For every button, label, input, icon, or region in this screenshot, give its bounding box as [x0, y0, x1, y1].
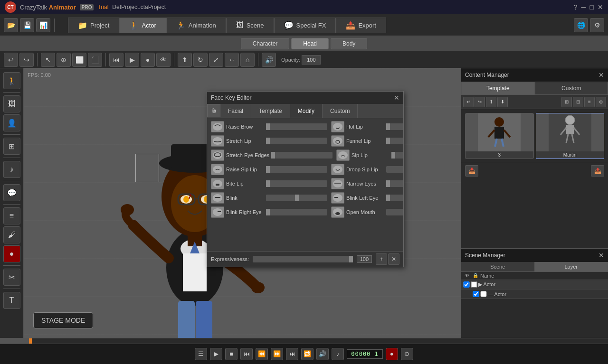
cf-import-btn[interactable]: 📥 — [465, 165, 478, 177]
home-btn[interactable]: ⌂ — [240, 53, 255, 67]
timeline-scrubber[interactable] — [0, 338, 608, 344]
prev-frame-btn[interactable]: ⏮ — [109, 53, 124, 67]
content-item-martin[interactable]: Martin — [536, 113, 605, 159]
face-slider-stretcheyeedges[interactable] — [271, 152, 332, 159]
tl-menu-btn[interactable]: ☰ — [195, 348, 207, 360]
face-slider-droopsiplip[interactable] — [386, 166, 403, 173]
expressiveness-slider[interactable] — [253, 256, 353, 262]
lasso2-btn[interactable]: ⬛ — [88, 53, 102, 67]
scene-tab[interactable]: Scene — [461, 262, 535, 271]
settings-btn[interactable]: ⚙ — [590, 18, 604, 32]
cm-btn-1[interactable]: ↩ — [463, 97, 474, 107]
content-tab-custom[interactable]: Custom — [535, 82, 608, 95]
content-item-3[interactable]: 3 — [465, 113, 534, 159]
cm-view-btn-2[interactable]: ⊟ — [573, 97, 583, 107]
layer-tab[interactable]: Layer — [535, 262, 608, 271]
move-btn[interactable]: ⬆ — [178, 53, 192, 67]
face-slider-raisesiplip[interactable] — [266, 166, 327, 173]
dialog-add-btn[interactable]: + — [376, 253, 387, 265]
dialog-tab-icon[interactable]: 🖱 — [207, 104, 220, 117]
tab-character[interactable]: Character — [241, 38, 290, 49]
select-btn[interactable]: ↖ — [41, 53, 55, 67]
face-slider-siplip[interactable] — [391, 152, 403, 159]
tl-settings-btn[interactable]: ⊙ — [401, 348, 413, 360]
cm-view-btn-4[interactable]: ⊕ — [596, 97, 606, 107]
dialog-tab-facial[interactable]: Facial — [220, 104, 251, 118]
help-button[interactable]: ? — [574, 3, 578, 11]
tab-specialfx[interactable]: 💬 Special FX — [274, 18, 336, 33]
flip-btn[interactable]: ↔ — [225, 53, 239, 67]
export-button[interactable]: 📊 — [36, 18, 50, 32]
transform-btn[interactable]: ⊕ — [57, 53, 71, 67]
opacity-input[interactable] — [302, 55, 321, 65]
cf-export-btn[interactable]: 📤 — [591, 165, 604, 177]
tl-stop-btn[interactable]: ■ — [225, 348, 238, 360]
tl-play-btn[interactable]: ▶ — [210, 348, 222, 360]
face-slider-blinkrighteye[interactable] — [266, 209, 327, 215]
maximize-button[interactable]: □ — [590, 3, 594, 11]
view-btn[interactable]: 🌐 — [574, 18, 588, 32]
scene-row-actor[interactable]: ▶ Actor — [461, 280, 608, 289]
scene-manager-close[interactable]: ✕ — [598, 252, 604, 259]
tl-music-btn[interactable]: ♪ — [332, 348, 344, 360]
face-slider-narroweyes[interactable] — [386, 180, 403, 187]
tool-actor[interactable]: 🚶 — [3, 72, 20, 89]
cm-btn-3[interactable]: ⬆ — [486, 97, 496, 107]
tab-project[interactable]: 📁 Project — [68, 18, 119, 33]
tool-record[interactable]: ● — [3, 245, 20, 262]
record-btn[interactable]: ● — [141, 53, 155, 67]
cm-view-btn-1[interactable]: ⊞ — [561, 97, 572, 107]
tab-animation[interactable]: 🏃 Animation — [166, 18, 226, 33]
tool-user[interactable]: 👤 — [3, 114, 20, 131]
tab-actor[interactable]: 🚶 Actor — [119, 18, 166, 33]
next-frame-btn[interactable]: ▶ — [125, 53, 139, 67]
tool-chat[interactable]: 💬 — [3, 184, 20, 201]
face-slider-bitelip[interactable] — [266, 180, 327, 187]
save-button[interactable]: 💾 — [20, 18, 34, 32]
eye-btn[interactable]: 👁 — [156, 53, 171, 67]
timeline-handle[interactable] — [29, 338, 32, 344]
cm-btn-2[interactable]: ↪ — [475, 97, 485, 107]
tool-list[interactable]: ≡ — [3, 207, 20, 224]
minimize-button[interactable]: ─ — [581, 3, 586, 11]
dialog-minus-btn[interactable]: ✕ — [388, 253, 399, 265]
scene-lock-actor-child[interactable] — [480, 291, 487, 297]
face-slider-openmouth[interactable] — [386, 209, 403, 215]
dialog-tab-template[interactable]: Template — [251, 104, 290, 118]
scene-eye-actor-child[interactable] — [473, 291, 479, 297]
dialog-tab-custom[interactable]: Custom — [323, 104, 358, 118]
tool-brush[interactable]: 🖌 — [3, 226, 20, 243]
tl-rewind-btn[interactable]: ⏪ — [256, 348, 268, 360]
cm-btn-4[interactable]: ⬇ — [497, 97, 508, 107]
tool-cut[interactable]: ✂ — [3, 269, 20, 286]
scene-eye-actor[interactable] — [463, 281, 470, 288]
tool-scene[interactable]: 🖼 — [3, 95, 20, 112]
dialog-close-button[interactable]: ✕ — [394, 94, 399, 102]
tl-forward-btn[interactable]: ⏩ — [271, 348, 283, 360]
tab-export[interactable]: 📤 Export — [336, 18, 386, 33]
face-slider-stretchlip[interactable] — [266, 138, 327, 144]
tool-text[interactable]: T — [3, 292, 20, 309]
tl-prev-btn[interactable]: ⏮ — [240, 348, 253, 360]
tl-loop-btn[interactable]: 🔁 — [301, 348, 314, 360]
tl-record-btn[interactable]: ● — [386, 348, 398, 360]
rotate-btn[interactable]: ↻ — [193, 53, 208, 67]
content-manager-close[interactable]: ✕ — [598, 71, 604, 79]
face-slider-funnellip[interactable] — [386, 138, 403, 144]
open-file-button[interactable]: 📂 — [4, 18, 18, 32]
tl-next-btn[interactable]: ⏭ — [286, 348, 298, 360]
face-slider-raisebrow[interactable] — [266, 123, 327, 130]
redo-btn[interactable]: ↪ — [19, 53, 34, 67]
content-tab-template[interactable]: Template — [461, 82, 535, 95]
dialog-tab-modify[interactable]: Modify — [290, 104, 323, 118]
scene-lock-actor[interactable] — [471, 281, 477, 288]
face-slider-blinklefteye[interactable] — [386, 195, 403, 201]
undo-btn[interactable]: ↩ — [4, 53, 18, 67]
cm-view-btn-3[interactable]: ≡ — [584, 97, 595, 107]
dialog-titlebar[interactable]: Face Key Editor ✕ — [207, 92, 403, 104]
lasso-btn[interactable]: ⬜ — [72, 53, 86, 67]
scene-row-actor-child[interactable]: — Actor — [461, 289, 608, 299]
tool-grid[interactable]: ⊞ — [3, 138, 20, 155]
tab-scene[interactable]: 🖼 Scene — [226, 18, 274, 33]
zoom-btn[interactable]: ⤢ — [209, 53, 223, 67]
